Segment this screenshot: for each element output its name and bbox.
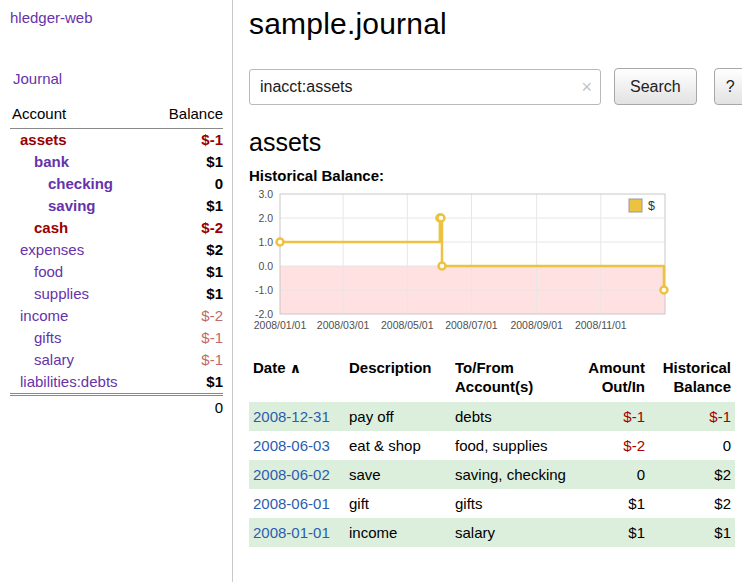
account-link[interactable]: supplies bbox=[34, 285, 89, 302]
transaction-row: 2008-12-31pay offdebts$-1$-1 bbox=[249, 402, 735, 431]
search-input[interactable] bbox=[249, 69, 601, 105]
search-button[interactable]: Search bbox=[614, 68, 697, 105]
sidebar-item-journal[interactable]: Journal bbox=[13, 70, 62, 87]
transaction-row: 2008-06-02savesaving, checking0$2 bbox=[249, 460, 735, 489]
app-title-link[interactable]: hledger-web bbox=[10, 9, 93, 26]
accounts-col-account: Account bbox=[10, 103, 150, 129]
transaction-accounts: salary bbox=[451, 518, 572, 547]
transaction-date-link[interactable]: 2008-06-02 bbox=[253, 466, 330, 483]
account-row: food$1 bbox=[10, 261, 223, 283]
sidebar-nav: Journal bbox=[13, 70, 223, 87]
account-link[interactable]: food bbox=[34, 263, 63, 280]
legend-label: $ bbox=[648, 199, 655, 213]
account-link[interactable]: checking bbox=[48, 175, 113, 192]
account-row: salary$-1 bbox=[10, 349, 223, 371]
description-header: Description bbox=[345, 356, 451, 402]
account-balance: $1 bbox=[150, 195, 223, 217]
transaction-row: 2008-01-01incomesalary$1$1 bbox=[249, 518, 735, 547]
amount-header: Amount Out/In bbox=[572, 356, 649, 402]
transaction-date-link[interactable]: 2008-01-01 bbox=[253, 524, 330, 541]
account-link[interactable]: liabilities:debts bbox=[20, 373, 118, 390]
sidebar: hledger-web Journal Account Balance asse… bbox=[0, 0, 233, 582]
transaction-description: income bbox=[345, 518, 451, 547]
data-point-marker bbox=[660, 287, 667, 294]
data-point-marker bbox=[277, 239, 284, 246]
svg-text:2008/09/01: 2008/09/01 bbox=[510, 319, 563, 331]
date-sort-header[interactable]: Date ∧ bbox=[249, 356, 345, 402]
sort-ascending-icon: ∧ bbox=[290, 360, 301, 376]
account-balance: $-1 bbox=[150, 327, 223, 349]
page-title: sample.journal bbox=[249, 7, 742, 41]
transaction-row: 2008-06-03eat & shopfood, supplies$-20 bbox=[249, 431, 735, 460]
svg-text:2008/01/01: 2008/01/01 bbox=[254, 319, 307, 331]
svg-text:2008/03/01: 2008/03/01 bbox=[317, 319, 370, 331]
account-balance: $-2 bbox=[150, 305, 223, 327]
account-balance: $1 bbox=[150, 283, 223, 305]
transaction-balance: $2 bbox=[649, 489, 735, 518]
transaction-description: pay off bbox=[345, 402, 451, 431]
transaction-date-link[interactable]: 2008-12-31 bbox=[253, 408, 330, 425]
help-button[interactable]: ? bbox=[714, 68, 742, 105]
account-balance: $1 bbox=[150, 371, 223, 395]
transaction-amount: $-2 bbox=[572, 431, 649, 460]
main-content: sample.journal × Search ? assets Histori… bbox=[233, 0, 742, 582]
account-link[interactable]: assets bbox=[20, 131, 67, 148]
account-balance: $2 bbox=[150, 239, 223, 261]
account-heading: assets bbox=[249, 128, 742, 157]
account-link[interactable]: expenses bbox=[20, 241, 84, 258]
legend-swatch bbox=[629, 199, 642, 212]
account-balance: $-1 bbox=[150, 129, 223, 152]
balance-header: Historical Balance bbox=[649, 356, 735, 402]
account-balance: $-2 bbox=[150, 217, 223, 239]
account-link[interactable]: saving bbox=[48, 197, 96, 214]
search-bar: × Search ? bbox=[249, 68, 742, 105]
account-balance: $1 bbox=[150, 261, 223, 283]
accounts-total-row: 0 bbox=[10, 395, 223, 420]
accounts-col-balance: Balance bbox=[150, 103, 223, 129]
transaction-description: save bbox=[345, 460, 451, 489]
account-row: supplies$1 bbox=[10, 283, 223, 305]
app-title: hledger-web bbox=[10, 9, 223, 26]
accounts-total: 0 bbox=[150, 395, 223, 420]
account-link[interactable]: cash bbox=[34, 219, 68, 236]
transaction-balance: $2 bbox=[649, 460, 735, 489]
account-row: expenses$2 bbox=[10, 239, 223, 261]
transaction-row: 2008-06-01giftgifts$1$2 bbox=[249, 489, 735, 518]
account-link[interactable]: bank bbox=[34, 153, 69, 170]
account-row: cash$-2 bbox=[10, 217, 223, 239]
account-link[interactable]: salary bbox=[34, 351, 74, 368]
transaction-balance: $1 bbox=[649, 518, 735, 547]
transaction-amount: 0 bbox=[572, 460, 649, 489]
account-row: liabilities:debts$1 bbox=[10, 371, 223, 395]
svg-text:2008/05/01: 2008/05/01 bbox=[381, 319, 434, 331]
transaction-accounts: food, supplies bbox=[451, 431, 572, 460]
accounts-header-row: Account Balance bbox=[10, 103, 223, 129]
account-balance: $-1 bbox=[150, 349, 223, 371]
svg-text:0.0: 0.0 bbox=[258, 260, 273, 272]
account-row: gifts$-1 bbox=[10, 327, 223, 349]
transaction-accounts: gifts bbox=[451, 489, 572, 518]
accounts-table: Account Balance assets$-1bank$1checking0… bbox=[10, 103, 223, 419]
accounts-header: To/From Account(s) bbox=[451, 356, 572, 402]
svg-text:3.0: 3.0 bbox=[258, 188, 273, 200]
svg-text:2008/11/01: 2008/11/01 bbox=[575, 319, 627, 331]
account-row: income$-2 bbox=[10, 305, 223, 327]
account-balance: $1 bbox=[150, 151, 223, 173]
account-link[interactable]: gifts bbox=[34, 329, 62, 346]
transactions-table: Date ∧ Description To/From Account(s) Am… bbox=[249, 356, 735, 547]
transaction-balance: 0 bbox=[649, 431, 735, 460]
transaction-date-link[interactable]: 2008-06-03 bbox=[253, 437, 330, 454]
account-link[interactable]: income bbox=[20, 307, 68, 324]
transaction-balance: $-1 bbox=[649, 402, 735, 431]
transaction-accounts: debts bbox=[451, 402, 572, 431]
svg-text:1.0: 1.0 bbox=[258, 236, 273, 248]
transaction-date-link[interactable]: 2008-06-01 bbox=[253, 495, 330, 512]
data-point-marker bbox=[438, 263, 445, 270]
transaction-amount: $1 bbox=[572, 489, 649, 518]
clear-search-icon[interactable]: × bbox=[581, 78, 592, 96]
svg-text:-1.0: -1.0 bbox=[255, 284, 273, 296]
transactions-header-row: Date ∧ Description To/From Account(s) Am… bbox=[249, 356, 735, 402]
account-row: checking0 bbox=[10, 173, 223, 195]
transaction-amount: $-1 bbox=[572, 402, 649, 431]
svg-text:2008/07/01: 2008/07/01 bbox=[445, 319, 498, 331]
